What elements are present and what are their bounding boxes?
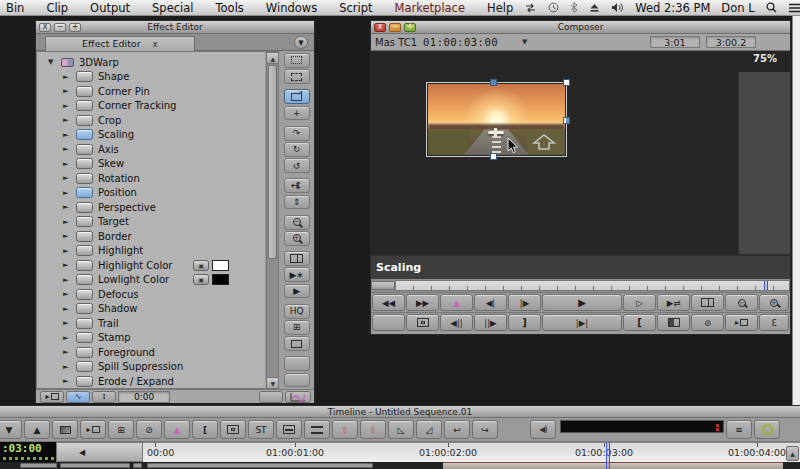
- sync-icon[interactable]: [524, 3, 537, 13]
- disclosure-closed-icon[interactable]: ►: [63, 363, 71, 371]
- undo-button[interactable]: ↩: [444, 420, 470, 439]
- menu-script[interactable]: Script: [328, 1, 383, 15]
- param-row-crop[interactable]: ►Crop: [37, 113, 265, 128]
- param-enable-button[interactable]: [76, 361, 93, 372]
- param-enable-button[interactable]: [76, 115, 93, 126]
- param-row-border[interactable]: ►Border: [37, 229, 265, 244]
- add-marker-button[interactable]: ▲: [164, 420, 190, 439]
- param-row-highlight[interactable]: ►Highlight: [37, 244, 265, 259]
- param-enable-button[interactable]: [76, 216, 93, 227]
- param-enable-button[interactable]: [76, 274, 93, 285]
- disclosure-closed-icon[interactable]: ►: [63, 203, 71, 211]
- dual-split-icon[interactable]: [284, 251, 310, 266]
- eyedropper-icon[interactable]: ▣: [193, 260, 209, 271]
- disclosure-closed-icon[interactable]: ►: [63, 160, 71, 168]
- quad-display-button[interactable]: [657, 314, 690, 331]
- menu-clock[interactable]: Wed 2:36 PM: [635, 1, 710, 15]
- zoom-in-icon[interactable]: +: [284, 231, 310, 246]
- outline-box-icon[interactable]: [284, 336, 310, 351]
- blank-icon[interactable]: [284, 356, 310, 371]
- client-monitor-button[interactable]: ▸: [80, 420, 106, 439]
- disclosure-closed-icon[interactable]: ►: [63, 319, 71, 327]
- disclosure-closed-icon[interactable]: ►: [63, 261, 71, 269]
- param-enable-button[interactable]: [76, 289, 93, 300]
- tab-menu-button[interactable]: ▼: [294, 36, 308, 49]
- timecode-menu-icon[interactable]: ▼: [522, 38, 527, 46]
- ruler-scroll-up-icon[interactable]: ▲: [786, 446, 799, 461]
- timeline-timecode[interactable]: :03:00: [0, 442, 56, 462]
- scale-handle-top-center[interactable]: [490, 79, 497, 86]
- color-swatch[interactable]: [212, 260, 229, 271]
- param-row-highlight-color[interactable]: ►Highlight Color▣: [37, 258, 265, 273]
- param-enable-button[interactable]: [76, 71, 93, 82]
- minimize-button[interactable]: −: [54, 23, 66, 32]
- timecode-ruler[interactable]: ▲ 00:0001:00:01:0001:00:02:0001:00:03:00…: [143, 442, 800, 462]
- step-back-10-button[interactable]: ◀||: [440, 314, 473, 331]
- bluetooth-icon[interactable]: [570, 2, 578, 13]
- play-to-out-button[interactable]: |▶|: [542, 314, 622, 331]
- param-enable-button[interactable]: [76, 347, 93, 358]
- disclosure-open-icon[interactable]: ▼: [48, 58, 56, 66]
- reduce-frame-icon[interactable]: [284, 69, 310, 84]
- minimize-button[interactable]: −: [389, 23, 401, 32]
- effect-mode-button[interactable]: Ɛ: [759, 314, 789, 331]
- notification-center-icon[interactable]: [788, 3, 800, 13]
- zoom-button[interactable]: +: [69, 23, 81, 32]
- param-enable-button[interactable]: [76, 303, 93, 314]
- eject-icon[interactable]: [589, 3, 600, 13]
- grid-icon[interactable]: ⊞: [284, 320, 310, 335]
- segment-overwrite-button[interactable]: [276, 420, 302, 439]
- param-row-scaling[interactable]: ►Scaling: [37, 128, 265, 143]
- disclosure-closed-icon[interactable]: ►: [63, 305, 71, 313]
- ibeam-icon[interactable]: I: [92, 391, 116, 403]
- dual-split-button[interactable]: [691, 294, 724, 311]
- scrollbar-thumb[interactable]: [268, 65, 277, 259]
- param-row-skew[interactable]: ►Skew: [37, 157, 265, 172]
- param-row-erode-expand[interactable]: ►Erode / Expand: [37, 374, 265, 389]
- remove-effect-button[interactable]: ⊘: [136, 420, 162, 439]
- resize-icon[interactable]: [284, 89, 310, 104]
- eyedropper-icon[interactable]: ▣: [193, 274, 209, 285]
- play-preview-icon[interactable]: ▶: [284, 284, 310, 299]
- param-row-lowlight-color[interactable]: ►Lowlight Color▣: [37, 273, 265, 288]
- clock-icon[interactable]: [548, 2, 559, 13]
- promote-3d-icon[interactable]: ∿: [66, 391, 90, 403]
- move-z-icon[interactable]: ⇕: [284, 195, 310, 210]
- curve-editor-icon[interactable]: [285, 391, 311, 403]
- tree-scrollbar[interactable]: ▲ ▼: [266, 51, 279, 389]
- param-row-position[interactable]: ►Position: [37, 186, 265, 201]
- render-effect-icon[interactable]: ▶∗: [284, 267, 310, 282]
- transition-effect-icon[interactable]: ▸: [40, 391, 64, 403]
- marquee-icon[interactable]: [284, 53, 310, 68]
- menu-marketplace[interactable]: Marketplace: [384, 1, 476, 15]
- duration-field-b[interactable]: 3:00.2: [706, 36, 756, 48]
- param-row-corner-tracking[interactable]: ►Corner Tracking: [37, 99, 265, 114]
- focus-down-button[interactable]: ▼: [0, 420, 22, 439]
- blank-button[interactable]: [259, 391, 283, 403]
- composer-titlebar[interactable]: x − + Composer: [371, 21, 790, 34]
- rotate-z-icon[interactable]: ↺: [284, 158, 310, 173]
- scroll-up-icon[interactable]: ▲: [266, 52, 279, 64]
- mark-clip-button[interactable]: [: [192, 420, 218, 439]
- fast-forward-button[interactable]: ▶▶: [406, 294, 439, 311]
- position-track[interactable]: [395, 280, 790, 291]
- zoom-out-icon[interactable]: −: [284, 215, 310, 230]
- param-enable-button[interactable]: [76, 187, 93, 198]
- disclosure-closed-icon[interactable]: ►: [63, 131, 71, 139]
- hq-icon[interactable]: HQ: [284, 304, 310, 319]
- disclosure-closed-icon[interactable]: ►: [63, 73, 71, 81]
- tab-close-icon[interactable]: x: [153, 39, 158, 49]
- scale-handle-right-center[interactable]: [563, 117, 570, 124]
- mixdown-button[interactable]: ⊞: [108, 420, 134, 439]
- add-marker-button[interactable]: ▲: [440, 294, 473, 311]
- param-row-foreground[interactable]: ►Foreground: [37, 345, 265, 360]
- rotate-x-icon[interactable]: ↷: [284, 126, 310, 141]
- effect-root-row[interactable]: ▼3DWarp: [37, 55, 265, 70]
- param-row-stamp[interactable]: ►Stamp: [37, 331, 265, 346]
- record-ring-button[interactable]: [754, 420, 780, 439]
- spotlight-icon[interactable]: [766, 2, 777, 13]
- rewind-button[interactable]: ◀◀: [372, 294, 405, 311]
- disclosure-closed-icon[interactable]: ►: [63, 189, 71, 197]
- crosshair-icon[interactable]: +: [284, 106, 310, 121]
- timeline-back-button[interactable]: ◀: [56, 442, 143, 462]
